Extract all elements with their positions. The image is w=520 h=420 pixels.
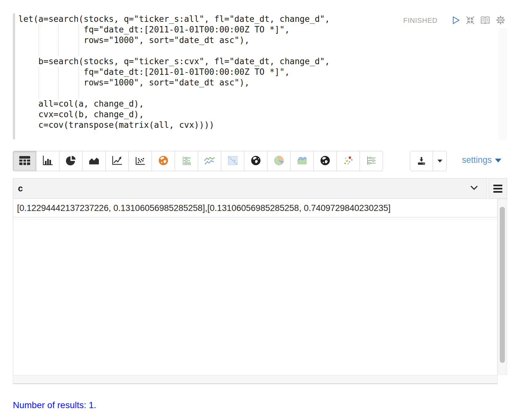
paragraph-controls: FINISHED [403, 14, 505, 27]
row-divider [13, 217, 497, 219]
horizontal-scrollbar[interactable] [13, 375, 498, 384]
table-icon [19, 155, 31, 167]
vertical-scrollbar[interactable] [498, 199, 507, 375]
viz-scatter-button[interactable] [128, 151, 152, 171]
gear-icon [496, 15, 505, 26]
line-chart-icon [111, 155, 123, 167]
scatter-plot-icon [134, 155, 146, 167]
status-badge: FINISHED [403, 16, 438, 25]
chevron-down-icon [470, 186, 478, 191]
bar-chart-icon [42, 155, 54, 167]
viz-multi-line-button[interactable] [198, 151, 221, 171]
area-pastel-icon [297, 155, 308, 167]
download-options-button[interactable] [433, 151, 447, 171]
result-header: c [13, 178, 487, 199]
viz-bar-chart-button[interactable] [36, 151, 59, 171]
pie-chart-icon [65, 155, 76, 167]
viz-table-button[interactable] [13, 151, 36, 171]
viz-map-dark-2-button[interactable] [313, 151, 337, 171]
result-value: [0.12294442137237226, 0.1310605698528525… [13, 199, 497, 217]
vertical-scrollbar-thumb[interactable] [500, 207, 505, 363]
caret-down-icon [438, 159, 442, 163]
viz-range-slider-button[interactable] [360, 151, 383, 171]
viz-area-chart-button[interactable] [82, 151, 106, 171]
download-button[interactable] [410, 151, 433, 171]
multi-line-icon [204, 155, 215, 167]
download-icon [417, 156, 426, 166]
settings-caret-icon [495, 159, 501, 162]
viz-pie-pastel-button[interactable] [267, 151, 290, 171]
viz-map-orange-button[interactable] [152, 151, 175, 171]
range-slider-icon [366, 155, 377, 167]
globe-dark-2-icon [320, 155, 331, 167]
editor-scrollbar[interactable] [498, 28, 507, 140]
book-icon [480, 16, 490, 26]
paragraph-settings-button[interactable] [496, 15, 505, 26]
play-icon [452, 16, 460, 26]
globe-orange-icon [158, 155, 169, 167]
viz-pie-chart-button[interactable] [59, 151, 82, 171]
viz-area-pastel-button[interactable] [290, 151, 314, 171]
area-chart-icon [88, 155, 100, 167]
viz-heatmap-button[interactable] [221, 151, 244, 171]
chart-type-button-group [13, 151, 383, 171]
scrollbar-corner [498, 375, 507, 384]
collapse-width-button[interactable] [466, 16, 474, 25]
code-editor: let(a=search(stocks, q="ticker_s:all", f… [13, 13, 507, 140]
result-menu-button[interactable] [489, 178, 507, 199]
settings-label: settings [462, 155, 492, 165]
show-editor-button[interactable] [480, 16, 490, 26]
zeppelin-paragraph: let(a=search(stocks, q="ticker_s:all", f… [0, 0, 520, 420]
result-title: c [18, 184, 23, 194]
results-count-text: Number of results: 1. [13, 400, 96, 410]
editor-gutter [13, 13, 15, 139]
result-body: [0.12294442137237226, 0.1310605698528525… [13, 199, 498, 375]
code-content[interactable]: let(a=search(stocks, q="ticker_s:all", f… [18, 14, 330, 130]
visualization-toolbar: settings [13, 151, 507, 171]
viz-bubble-grid-button[interactable] [175, 151, 198, 171]
compress-icon [466, 16, 474, 25]
globe-dark-icon [250, 155, 261, 167]
bubble-grid-icon [181, 155, 192, 167]
viz-map-dark-button[interactable] [244, 151, 267, 171]
collapse-result-button[interactable] [469, 184, 479, 193]
result-panel: c [0.12294442137237226, 0.13106056985285… [13, 178, 507, 384]
pie-pastel-icon [273, 155, 284, 167]
settings-link[interactable]: settings [462, 155, 501, 165]
viz-scatter-colored-button[interactable] [336, 151, 360, 171]
viz-line-chart-button[interactable] [105, 151, 129, 171]
run-button[interactable] [452, 16, 460, 26]
heatmap-matrix-icon [227, 155, 238, 167]
download-button-group [410, 151, 447, 171]
scatter-colored-icon [343, 155, 354, 167]
